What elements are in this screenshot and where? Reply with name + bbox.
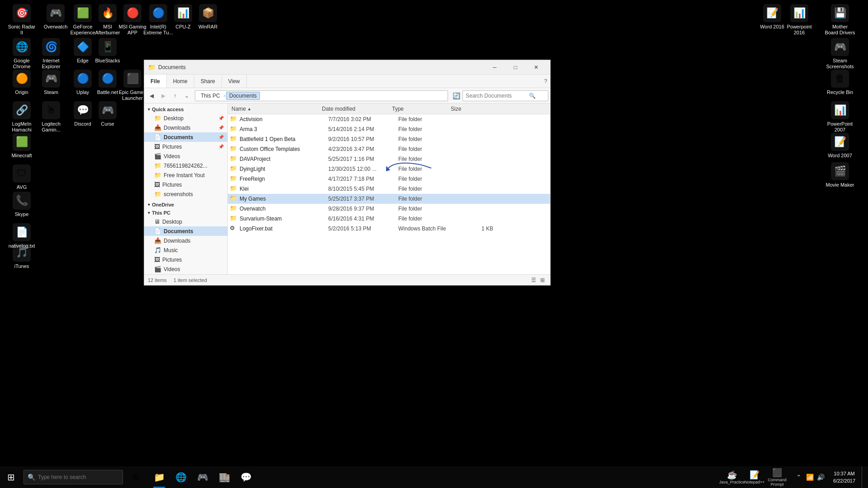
tray-network[interactable]: 📶	[805, 466, 814, 488]
taskbar-search[interactable]: 🔍	[24, 470, 123, 484]
help-button[interactable]: ?	[541, 75, 550, 88]
maximize-button[interactable]: □	[505, 60, 526, 75]
desktop-icon-steam[interactable]: 🎮 Steam	[34, 68, 68, 97]
forward-button[interactable]: ▶	[158, 90, 169, 101]
minimize-button[interactable]: ─	[484, 60, 505, 75]
address-bar[interactable]: This PC › Documents	[195, 90, 448, 101]
file-row-6[interactable]: 📁 FreeReign 4/17/2017 7:18 PM File folde…	[228, 174, 550, 184]
desktop-icon-skype[interactable]: 📞 Skype	[5, 190, 39, 219]
desktop-icon-powerpoint-2007[interactable]: 📊 PowerPoint2007	[823, 99, 857, 135]
taskbar-app-file-explorer[interactable]: 📁	[148, 466, 170, 488]
file-row-8[interactable]: 📁 My Games 5/25/2017 3:37 PM File folder	[228, 194, 550, 204]
tray-volume[interactable]: 🔊	[816, 466, 825, 488]
sidebar-item-this-pc-videos[interactable]: 🎬 Videos	[144, 264, 227, 274]
desktop-icon-bluestacks[interactable]: 📱 BlueStacks	[90, 36, 125, 66]
desktop-icon-recycle-bin[interactable]: 🗑 Recycle Bin	[823, 68, 857, 97]
onedrive-header[interactable]: ▾ OneDrive	[144, 201, 227, 209]
sidebar-item-desktop[interactable]: 📁 Desktop 📌	[144, 113, 227, 123]
sidebar-item-documents[interactable]: 📄 Documents 📌	[144, 132, 227, 142]
tab-file[interactable]: File	[144, 75, 167, 88]
desktop-icon-word-2007[interactable]: 📝 Word 2007	[823, 131, 857, 160]
file-row-11[interactable]: ⚙ LogoFixer.bat 5/2/2016 5:13 PM Windows…	[228, 224, 550, 234]
desktop-icon-sonic-radar-ii[interactable]: 🎯 Sonic Radar II	[5, 2, 39, 38]
desktop-icon-internet-explorer[interactable]: 🌀 InternetExplorer	[34, 36, 68, 71]
file-name-0: Activision	[240, 116, 328, 122]
tab-view[interactable]: View	[222, 75, 247, 88]
taskbar-app-skype[interactable]: 💬	[235, 466, 257, 488]
icon-img: 🌐	[13, 38, 31, 56]
file-row-9[interactable]: 📁 Overwatch 9/28/2016 9:37 PM File folde…	[228, 204, 550, 214]
quick-access-header[interactable]: ▾ Quick access	[144, 105, 227, 113]
desktop-icon-movie-maker[interactable]: 🎬 Movie Maker	[823, 160, 857, 190]
tab-home[interactable]: Home	[167, 75, 194, 88]
sidebar-item-videos[interactable]: 🎬 Videos	[144, 151, 227, 161]
desktop-icon-logitech-gamin...[interactable]: 🖱 LogitechGamin...	[34, 99, 68, 135]
file-row-0[interactable]: 📁 Activision 7/7/2016 3:02 PM File folde…	[228, 114, 550, 124]
taskbar-app-store[interactable]: 🏬	[213, 466, 235, 488]
taskbar-clock[interactable]: 10:37 AM 6/22/2017	[828, 466, 861, 488]
sidebar-item-downloads[interactable]: 📥 Downloads 📌	[144, 123, 227, 132]
desktop-icon-mother-board-drivers[interactable]: 💾 MotherBoard Drivers	[823, 2, 857, 38]
recent-locations-button[interactable]: ⌄	[181, 90, 192, 101]
col-header-date[interactable]: Date modified	[320, 103, 390, 114]
col-header-size[interactable]: Size	[449, 103, 485, 114]
details-view-button[interactable]: ☰	[529, 276, 538, 284]
sidebar-item-this-pc-pictures[interactable]: 🖼 Pictures	[144, 255, 227, 264]
taskbar-app-game[interactable]: 🎮	[192, 466, 213, 488]
file-row-3[interactable]: 📁 Custom Office Templates 4/23/2016 3:47…	[228, 144, 550, 154]
sidebar-item-free-instant[interactable]: 📁 Free Instant Yout	[144, 170, 227, 180]
sidebar-item-screenshots[interactable]: 📁 screenshots	[144, 189, 227, 199]
sidebar-item-this-pc-desktop[interactable]: 🖥 Desktop	[144, 217, 227, 226]
task-view-button[interactable]: ⧉	[125, 466, 146, 488]
desktop-icon-steam-screenshots[interactable]: 🎮 SteamScreenshots	[823, 36, 857, 71]
taskbar-command-prompt[interactable]: ⬛ CommandPrompt	[766, 466, 788, 488]
file-row-10[interactable]: 📁 Survarium-Steam 6/16/2016 4:31 PM File…	[228, 214, 550, 224]
sidebar-item-this-pc-documents[interactable]: 📄 Documents	[144, 226, 227, 236]
desktop-icon-curse[interactable]: 🎮 Curse	[90, 99, 125, 129]
taskbar-search-input[interactable]	[38, 474, 115, 480]
refresh-button[interactable]: 🔄	[451, 90, 462, 101]
file-name-10: Survarium-Steam	[240, 216, 328, 222]
sidebar-item-steam-id[interactable]: 📁 7656119824262...	[144, 161, 227, 170]
start-button[interactable]: ⊞	[0, 466, 22, 488]
show-desktop-button[interactable]	[862, 466, 865, 488]
desktop-icon-itunes[interactable]: 🎵 iTunes	[5, 242, 39, 271]
sidebar-item-pictures2[interactable]: 🖼 Pictures	[144, 180, 227, 189]
file-row-7[interactable]: 📁 Klei 8/10/2015 5:45 PM File folder	[228, 184, 550, 194]
taskbar-right: ☕ Java_Practice 📝 Notepad++ ⬛ CommandPro…	[721, 466, 868, 488]
icon-img: 🔵	[149, 4, 167, 22]
taskbar-notepad[interactable]: 📝 Notepad++	[744, 466, 765, 488]
explorer-window: 📁 Documents ─ □ ✕ File Home Share View	[144, 60, 551, 286]
desktop-icon-winrar[interactable]: 📦 WinRAR	[191, 2, 225, 32]
videos-icon: 🎬	[154, 153, 161, 160]
icon-label: Edge	[77, 58, 89, 64]
file-row-1[interactable]: 📁 Arma 3 5/14/2016 2:14 PM File folder	[228, 124, 550, 134]
tray-expand[interactable]: ⌃	[794, 466, 803, 488]
this-pc-header[interactable]: ▾ This PC	[144, 209, 227, 217]
crumb-this-pc[interactable]: This PC	[198, 92, 223, 99]
icon-img: 📊	[174, 4, 192, 22]
back-button[interactable]: ◀	[146, 90, 157, 101]
search-box[interactable]: 🔍	[462, 90, 548, 101]
col-header-name[interactable]: Name ▲	[230, 103, 320, 114]
desktop-icon-minecraft[interactable]: 🟩 Minecraft	[5, 131, 39, 160]
sidebar-item-this-pc-downloads[interactable]: 📥 Downloads	[144, 236, 227, 245]
file-row-5[interactable]: 📁 DyingLight 12/30/2015 12:00 ... File f…	[228, 164, 550, 174]
tab-share[interactable]: Share	[194, 75, 222, 88]
sidebar-item-this-pc-music[interactable]: 🎵 Music	[144, 245, 227, 255]
sidebar-item-pictures[interactable]: 🖼 Pictures 📌	[144, 142, 227, 151]
breadcrumb: This PC › Documents	[198, 92, 260, 100]
col-header-type[interactable]: Type	[390, 103, 449, 114]
file-row-4[interactable]: 📁 DAVAProject 5/25/2017 1:16 PM File fol…	[228, 154, 550, 164]
up-button[interactable]: ↑	[170, 90, 180, 101]
close-button[interactable]: ✕	[526, 60, 547, 75]
taskbar-app-chrome[interactable]: 🌐	[170, 466, 192, 488]
search-input[interactable]	[466, 93, 529, 99]
large-icons-view-button[interactable]: ⊞	[538, 276, 547, 284]
file-row-2[interactable]: 📁 Battlefield 1 Open Beta 9/2/2016 10:57…	[228, 134, 550, 144]
taskbar-java-practice[interactable]: ☕ Java_Practice	[721, 466, 743, 488]
crumb-documents[interactable]: Documents	[226, 92, 260, 100]
desktop-icon-powerpoint-2016[interactable]: 📊 Powerpoint2016	[782, 2, 816, 38]
icon-img: 🎮	[47, 4, 65, 22]
desktop-icon-avg[interactable]: 🛡 AVG	[5, 163, 39, 192]
